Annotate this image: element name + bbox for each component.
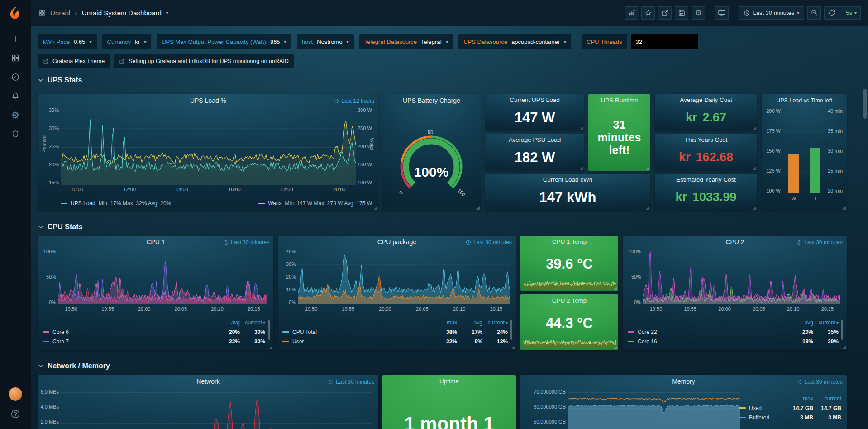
axis-tick: 50%: [46, 275, 56, 279]
panel-average-daily-cost: Average Daily Cost kr 2.67: [655, 94, 757, 131]
legend-scrollbar[interactable]: [268, 320, 270, 340]
caret-down-icon: ▾: [144, 40, 146, 44]
legend-row[interactable]: Core 16 18% 29%: [628, 337, 839, 346]
cpu2-chart[interactable]: [643, 251, 840, 304]
panel-title[interactable]: This Years Cost: [655, 134, 757, 145]
legend-scrollbar[interactable]: [841, 320, 843, 340]
axis-tick: 20:00: [333, 187, 346, 192]
legend-row[interactable]: Buffered 3 MB 3 MB: [739, 413, 841, 422]
create-plus-icon[interactable]: [6, 29, 25, 48]
cpu-package-chart[interactable]: [298, 251, 510, 304]
network-chart[interactable]: [61, 392, 372, 429]
legend-col-current[interactable]: current▾: [482, 319, 508, 326]
add-panel-button[interactable]: [625, 6, 638, 20]
panel-title[interactable]: Network: [38, 375, 378, 388]
panel-title[interactable]: Average PSU Load: [485, 134, 584, 145]
cpu1-temp-sparkline: [523, 278, 616, 289]
variable-host[interactable]: host Nostromo ▾: [297, 34, 354, 49]
y-axis: 70.000000 GB 60.000000 GB 50.000000 GB: [521, 390, 566, 424]
page-scrollbar[interactable]: [863, 89, 867, 119]
legend-row[interactable]: CPU Total 38% 17% 24%: [282, 327, 508, 337]
time-range-picker[interactable]: Last 30 minutes ▾: [739, 6, 804, 20]
legend-col-max[interactable]: max: [432, 319, 457, 326]
refresh-interval-picker[interactable]: 5s ▾: [842, 7, 860, 19]
caret-down-icon[interactable]: ▾: [166, 11, 168, 15]
legend-col-avg[interactable]: avg: [215, 319, 240, 326]
axis-tick: 20:05: [416, 306, 429, 312]
help-icon[interactable]: [6, 405, 25, 424]
panel-title[interactable]: CPU 1 Temp: [520, 236, 618, 248]
series-color-dash: [739, 407, 746, 409]
configuration-gear-icon[interactable]: ⚙: [6, 106, 25, 125]
breadcrumb-folder[interactable]: Unraid: [50, 9, 70, 17]
row-header-network-memory[interactable]: Network / Memory: [38, 362, 110, 370]
x-axis: 10:00 12:00 14:00 16:00 18:00 20:00: [61, 187, 356, 192]
admin-shield-icon[interactable]: [6, 125, 25, 144]
explore-compass-icon[interactable]: [6, 67, 25, 87]
zoom-out-button[interactable]: [807, 6, 821, 20]
breadcrumb-dashboard-title[interactable]: Unraid System Dashboard: [82, 9, 162, 17]
grafana-logo[interactable]: [8, 4, 23, 19]
variable-telegraf-datasource[interactable]: Telegraf Datasource Telegraf ▾: [359, 34, 453, 49]
legend-row[interactable]: User 22% 9% 13%: [282, 337, 508, 346]
stat-value: kr 2.67: [655, 106, 757, 129]
legend-col-avg[interactable]: avg: [457, 319, 482, 326]
x-axis: 19:50 19:55 20:00 20:05 20:10 20:15: [643, 306, 840, 312]
legend-col-current[interactable]: current: [813, 395, 841, 402]
legend-item-ups-load[interactable]: UPS Load Min: 17% Max: 32% Avg: 20%: [61, 200, 171, 207]
panel-title[interactable]: Uptime: [382, 375, 516, 388]
legend-item-watts[interactable]: Watts Min: 147 W Max: 278 W Avg: 175 W: [258, 200, 372, 207]
tv-mode-button[interactable]: [715, 6, 729, 20]
save-button[interactable]: [675, 6, 688, 20]
variable-currency[interactable]: Currency kr ▾: [102, 34, 152, 49]
link-label: Grafana Plex Theme: [52, 58, 105, 64]
legend-row[interactable]: Core 22 20% 35%: [628, 327, 839, 337]
share-button[interactable]: [658, 6, 672, 20]
variable-label: UPS Max Output Power Capacity (Watt): [162, 39, 266, 45]
panel-title[interactable]: Estimated Yearly Cost: [655, 174, 757, 185]
badge-label: Last 30 minutes: [804, 239, 843, 246]
legend-row[interactable]: Core 6 20% 30%: [43, 327, 265, 337]
dashboard-settings-button[interactable]: ⚙: [692, 6, 705, 20]
variable-kwh-price[interactable]: kWh Price 0.65 ▾: [38, 34, 97, 49]
panel-cpu1: CPU 1 Last 30 minutes 100% 50% 0% 19:50 …: [38, 236, 273, 350]
star-button[interactable]: [641, 6, 655, 20]
legend-col-current[interactable]: current▾: [240, 319, 265, 326]
axis-tick: 20:05: [175, 306, 187, 312]
link-ups-monitoring-guide[interactable]: Setting up Grafana and InfluxDB for UPS …: [114, 54, 294, 68]
alerting-bell-icon[interactable]: [6, 87, 25, 106]
panel-title[interactable]: Current Load kWh: [485, 174, 650, 185]
panel-title[interactable]: Current UPS Load: [485, 94, 584, 105]
axis-tick: 40 min: [828, 109, 843, 113]
legend-scrollbar[interactable]: [510, 320, 512, 340]
panel-title[interactable]: UPS Load %: [38, 94, 378, 107]
link-label: Setting up Grafana and InfluxDB for UPS …: [129, 58, 289, 64]
dashboards-grid-icon[interactable]: [6, 48, 25, 67]
legend-row[interactable]: Core 7 22% 30%: [43, 337, 265, 346]
bar-chart[interactable]: [782, 111, 826, 193]
panel-title[interactable]: UPS Battery Charge: [382, 94, 481, 107]
panel-title[interactable]: CPU 2 Temp: [520, 294, 618, 307]
axis-tick: 4.0 MBs: [41, 405, 59, 409]
link-grafana-plex-theme[interactable]: Grafana Plex Theme: [38, 54, 110, 68]
legend-col-max[interactable]: max: [785, 395, 813, 402]
axis-tick: 16:00: [228, 187, 241, 192]
row-header-ups-stats[interactable]: UPS Stats: [38, 76, 82, 84]
legend-value: 29%: [813, 338, 839, 345]
panel-title[interactable]: Average Daily Cost: [655, 94, 757, 105]
variable-ups-max-output[interactable]: UPS Max Output Power Capacity (Watt) 865…: [157, 34, 291, 49]
legend-col-current[interactable]: current▾: [813, 319, 839, 326]
legend-row[interactable]: Used 14.7 GB 14.7 GB: [739, 403, 841, 413]
legend-col-avg[interactable]: avg: [788, 319, 813, 326]
memory-chart[interactable]: [568, 392, 740, 429]
user-avatar[interactable]: [9, 387, 22, 401]
cpu1-chart[interactable]: [58, 251, 267, 304]
axis-tick: 15%: [49, 180, 59, 185]
ups-load-chart[interactable]: [61, 110, 356, 185]
panel-title[interactable]: UPS Load vs Time left: [762, 94, 847, 107]
variable-ups-datasource[interactable]: UPS Datasource apcupsd-container ▾: [458, 34, 571, 49]
axis-tick: 30%: [49, 126, 59, 130]
row-header-cpu-stats[interactable]: CPU Stats: [38, 223, 82, 231]
cpu-threads-input[interactable]: [631, 34, 698, 49]
refresh-now-button[interactable]: [825, 7, 839, 19]
